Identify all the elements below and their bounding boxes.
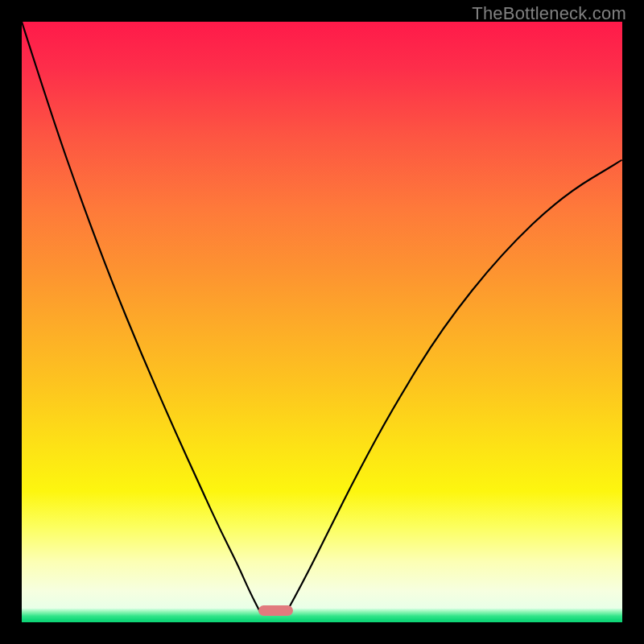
bottleneck-curve <box>22 22 622 622</box>
curve-left-branch <box>22 22 261 613</box>
chart-frame: TheBottleneck.com <box>0 0 644 644</box>
minimum-marker <box>258 605 293 616</box>
plot-area <box>22 22 622 622</box>
curve-right-branch <box>286 160 622 613</box>
watermark-text: TheBottleneck.com <box>472 3 626 24</box>
